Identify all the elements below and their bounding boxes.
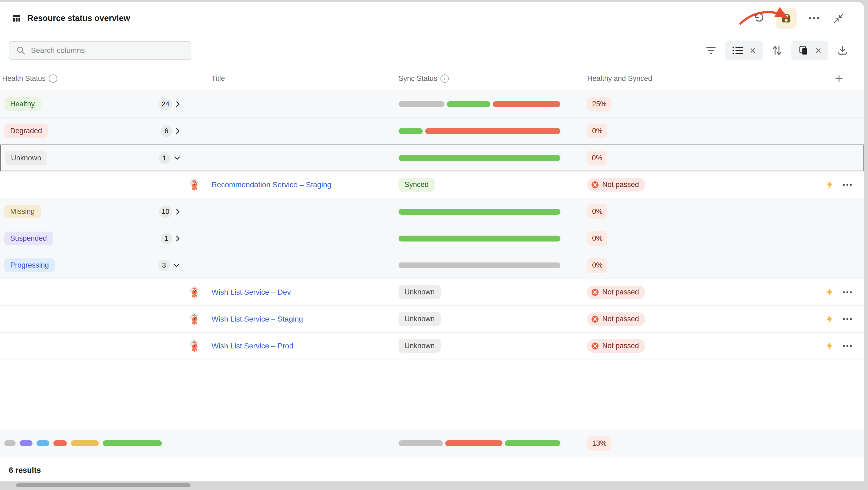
download-button[interactable] bbox=[835, 43, 850, 58]
table-row-degraded[interactable]: Degraded 6 0% bbox=[0, 118, 864, 145]
bar-segment bbox=[399, 440, 443, 446]
add-column-icon bbox=[834, 74, 844, 83]
chevron-down-icon[interactable] bbox=[174, 263, 180, 267]
results-count: 6 results bbox=[9, 466, 41, 475]
add-column-button[interactable] bbox=[814, 74, 864, 83]
table-row-healthy[interactable]: Healthy 24 25% bbox=[0, 91, 864, 118]
status-badge: Missing bbox=[4, 205, 41, 219]
group-count-badge: 10 bbox=[159, 206, 172, 218]
table-toolbar: × × bbox=[0, 34, 864, 67]
clear-grouping-button[interactable]: × bbox=[815, 46, 821, 56]
undo-button[interactable] bbox=[751, 11, 766, 26]
lightning-icon[interactable] bbox=[826, 287, 833, 297]
chevron-right-icon[interactable] bbox=[176, 128, 180, 134]
row-menu-icon[interactable] bbox=[842, 318, 852, 320]
table-icon bbox=[12, 13, 22, 23]
bar-segment bbox=[4, 440, 16, 446]
row-menu-icon[interactable] bbox=[842, 183, 852, 186]
bar-segment bbox=[20, 440, 32, 446]
bar-segment bbox=[36, 440, 50, 446]
lightning-icon[interactable] bbox=[826, 180, 833, 190]
check-status-label: Not passed bbox=[602, 289, 639, 296]
service-link[interactable]: Recommendation Service – Staging bbox=[212, 180, 332, 189]
bar-segment bbox=[399, 128, 423, 134]
list-view-button[interactable] bbox=[732, 46, 743, 55]
group-copy-button[interactable] bbox=[798, 45, 809, 56]
table-row-progressing[interactable]: Progressing 3 0% bbox=[0, 252, 864, 279]
group-count-badge: 6 bbox=[161, 125, 172, 137]
column-header-health-status[interactable]: Health Status i bbox=[0, 75, 207, 83]
row-menu-icon[interactable] bbox=[842, 291, 852, 294]
table-row-unknown-selected[interactable]: Unknown 1 0% bbox=[0, 145, 864, 171]
percent-badge: 0% bbox=[587, 258, 608, 273]
service-link[interactable]: Wish List Service – Dev bbox=[212, 288, 291, 296]
chevron-right-icon[interactable] bbox=[176, 208, 180, 215]
table-row-service[interactable]: Recommendation Service – Staging Synced … bbox=[0, 171, 864, 198]
circle-x-icon bbox=[591, 342, 599, 350]
sync-status-badge: Synced bbox=[399, 178, 435, 192]
save-button[interactable] bbox=[776, 8, 797, 29]
clear-view-mode-button[interactable]: × bbox=[750, 46, 756, 56]
table-row-suspended[interactable]: Suspended 1 0% bbox=[0, 225, 864, 252]
search-box[interactable] bbox=[9, 41, 191, 60]
bar-segment bbox=[445, 440, 502, 446]
search-input[interactable] bbox=[30, 46, 185, 55]
table-row-service[interactable]: Wish List Service – Staging Unknown Not … bbox=[0, 306, 864, 333]
group-count-badge: 24 bbox=[159, 98, 172, 110]
chevron-right-icon[interactable] bbox=[176, 101, 180, 108]
column-label: Healthy and Synced bbox=[587, 75, 652, 83]
bar-segment bbox=[399, 209, 560, 214]
check-status-label: Not passed bbox=[602, 181, 639, 188]
column-header-healthy-and-synced[interactable]: Healthy and Synced bbox=[575, 75, 814, 83]
table-row-service[interactable]: Wish List Service – Dev Unknown Not pass… bbox=[0, 279, 864, 306]
sync-status-badge: Unknown bbox=[399, 312, 441, 326]
info-icon[interactable]: i bbox=[440, 75, 449, 83]
check-status-badge: Not passed bbox=[587, 286, 645, 299]
bar-segment bbox=[399, 236, 560, 241]
column-header-title[interactable]: Title bbox=[207, 75, 397, 83]
column-header-sync-status[interactable]: Sync Status i bbox=[397, 75, 575, 83]
sync-status-bar bbox=[399, 155, 560, 161]
sync-status-bar bbox=[399, 209, 560, 214]
percent-badge: 25% bbox=[587, 97, 612, 112]
info-icon[interactable]: i bbox=[49, 75, 57, 83]
percent-badge: 0% bbox=[587, 231, 608, 246]
check-status-badge: Not passed bbox=[587, 339, 645, 353]
service-link[interactable]: Wish List Service – Prod bbox=[212, 342, 293, 350]
lightning-icon[interactable] bbox=[826, 341, 833, 351]
sync-status-bar bbox=[399, 128, 560, 134]
chevron-down-icon[interactable] bbox=[174, 156, 180, 160]
horizontal-scrollbar[interactable] bbox=[16, 483, 191, 487]
status-badge: Progressing bbox=[4, 258, 55, 272]
bar-segment bbox=[505, 440, 560, 446]
sync-status-bar bbox=[399, 101, 560, 107]
lightning-icon[interactable] bbox=[826, 314, 833, 324]
collapse-button[interactable] bbox=[832, 11, 846, 26]
bar-segment bbox=[493, 101, 560, 107]
check-status-badge: Not passed bbox=[587, 178, 645, 192]
resource-overview-window: Resource status overview bbox=[0, 2, 864, 482]
table-row-service[interactable]: Wish List Service – Prod Unknown Not pas… bbox=[0, 333, 864, 359]
sync-status-bar bbox=[399, 262, 560, 268]
check-status-label: Not passed bbox=[602, 342, 639, 349]
more-options-button[interactable] bbox=[807, 11, 821, 26]
row-menu-icon[interactable] bbox=[842, 345, 852, 347]
group-count-badge: 3 bbox=[158, 260, 169, 271]
collapse-icon bbox=[833, 12, 845, 24]
service-octopus-icon bbox=[189, 340, 200, 352]
filter-icon bbox=[706, 47, 716, 54]
group-copy-icon bbox=[798, 45, 809, 56]
service-link[interactable]: Wish List Service – Staging bbox=[212, 315, 303, 323]
bar-segment bbox=[399, 101, 444, 107]
column-label: Sync Status bbox=[399, 75, 437, 83]
status-badge: Degraded bbox=[4, 124, 48, 138]
bar-segment bbox=[447, 101, 490, 107]
sort-button[interactable] bbox=[770, 43, 784, 58]
bar-segment bbox=[399, 262, 560, 268]
table-row-missing[interactable]: Missing 10 0% bbox=[0, 198, 864, 225]
filter-button[interactable] bbox=[704, 43, 718, 58]
health-status-summary-bar bbox=[4, 440, 162, 446]
service-octopus-icon bbox=[189, 286, 200, 298]
chevron-right-icon[interactable] bbox=[176, 235, 180, 242]
aggregate-row: 13% bbox=[0, 430, 864, 457]
